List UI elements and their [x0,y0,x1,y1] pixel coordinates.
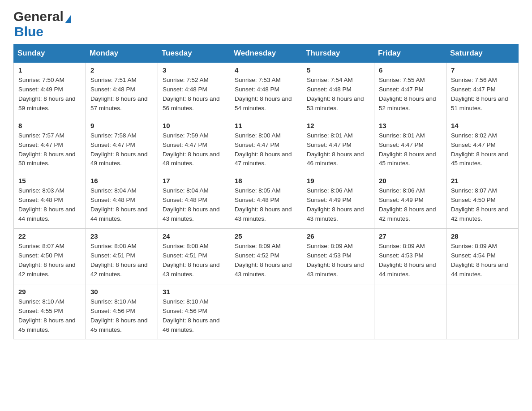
col-header-wednesday: Wednesday [230,44,302,63]
day-number: 1 [18,66,81,74]
calendar-cell: 18Sunrise: 8:05 AMSunset: 4:48 PMDayligh… [230,173,302,229]
day-number: 19 [307,177,369,184]
day-number: 14 [451,122,514,129]
calendar-cell: 20Sunrise: 8:06 AMSunset: 4:49 PMDayligh… [374,173,446,229]
day-info: Sunrise: 8:09 AMSunset: 4:53 PMDaylight:… [307,242,369,279]
day-number: 22 [18,232,81,240]
day-number: 28 [451,232,514,240]
calendar-header-row: SundayMondayTuesdayWednesdayThursdayFrid… [14,44,519,63]
day-number: 23 [90,232,153,240]
day-number: 29 [18,288,81,295]
day-info: Sunrise: 8:09 AMSunset: 4:54 PMDaylight:… [451,242,514,279]
calendar-cell: 29Sunrise: 8:10 AMSunset: 4:55 PMDayligh… [14,284,86,339]
day-number: 27 [379,232,442,240]
day-info: Sunrise: 8:09 AMSunset: 4:52 PMDaylight:… [235,242,297,279]
calendar-cell: 17Sunrise: 8:04 AMSunset: 4:48 PMDayligh… [158,173,230,229]
day-info: Sunrise: 8:09 AMSunset: 4:53 PMDaylight:… [379,242,442,279]
col-header-saturday: Saturday [446,44,519,63]
day-info: Sunrise: 8:03 AMSunset: 4:48 PMDaylight:… [18,186,81,224]
day-info: Sunrise: 8:05 AMSunset: 4:48 PMDaylight:… [235,186,297,224]
day-number: 26 [307,232,369,240]
calendar-cell: 25Sunrise: 8:09 AMSunset: 4:52 PMDayligh… [230,229,302,284]
week-row-3: 15Sunrise: 8:03 AMSunset: 4:48 PMDayligh… [14,173,519,229]
calendar-cell: 10Sunrise: 7:59 AMSunset: 4:47 PMDayligh… [158,118,230,173]
calendar-cell [374,284,446,339]
logo-general-text: General [13,9,64,24]
day-info: Sunrise: 8:06 AMSunset: 4:49 PMDaylight:… [379,186,442,224]
calendar-cell: 2Sunrise: 7:51 AMSunset: 4:48 PMDaylight… [86,63,158,118]
col-header-tuesday: Tuesday [158,44,230,63]
day-number: 15 [18,177,81,184]
day-info: Sunrise: 8:02 AMSunset: 4:47 PMDaylight:… [451,131,514,169]
calendar-cell: 7Sunrise: 7:56 AMSunset: 4:47 PMDaylight… [446,63,519,118]
calendar-cell [302,284,374,339]
calendar-cell: 26Sunrise: 8:09 AMSunset: 4:53 PMDayligh… [302,229,374,284]
calendar-cell: 3Sunrise: 7:52 AMSunset: 4:48 PMDaylight… [158,63,230,118]
day-number: 25 [235,232,297,240]
day-number: 7 [451,66,514,74]
col-header-sunday: Sunday [14,44,86,63]
day-info: Sunrise: 8:07 AMSunset: 4:50 PMDaylight:… [451,186,514,224]
calendar-cell: 31Sunrise: 8:10 AMSunset: 4:56 PMDayligh… [158,284,230,339]
day-info: Sunrise: 8:10 AMSunset: 4:56 PMDaylight:… [163,297,225,335]
day-info: Sunrise: 8:07 AMSunset: 4:50 PMDaylight:… [18,242,81,279]
day-number: 2 [90,66,153,74]
day-info: Sunrise: 7:56 AMSunset: 4:47 PMDaylight:… [451,76,514,113]
page-header: General Blue [13,9,519,39]
calendar-cell: 16Sunrise: 8:04 AMSunset: 4:48 PMDayligh… [86,173,158,229]
day-number: 31 [163,288,225,295]
day-number: 13 [379,122,442,129]
day-info: Sunrise: 7:59 AMSunset: 4:47 PMDaylight:… [163,131,225,169]
calendar-cell: 15Sunrise: 8:03 AMSunset: 4:48 PMDayligh… [14,173,86,229]
day-number: 20 [379,177,442,184]
day-number: 16 [90,177,153,184]
day-info: Sunrise: 8:01 AMSunset: 4:47 PMDaylight:… [307,131,369,169]
day-number: 30 [90,288,153,295]
day-info: Sunrise: 7:52 AMSunset: 4:48 PMDaylight:… [163,76,225,113]
day-info: Sunrise: 7:55 AMSunset: 4:47 PMDaylight:… [379,76,442,113]
calendar-cell: 6Sunrise: 7:55 AMSunset: 4:47 PMDaylight… [374,63,446,118]
logo: General Blue [13,9,71,39]
day-number: 17 [163,177,225,184]
day-number: 3 [163,66,225,74]
day-info: Sunrise: 7:54 AMSunset: 4:48 PMDaylight:… [307,76,369,113]
col-header-thursday: Thursday [302,44,374,63]
calendar-cell: 13Sunrise: 8:01 AMSunset: 4:47 PMDayligh… [374,118,446,173]
calendar-cell: 22Sunrise: 8:07 AMSunset: 4:50 PMDayligh… [14,229,86,284]
day-info: Sunrise: 7:51 AMSunset: 4:48 PMDaylight:… [90,76,153,113]
calendar-table: SundayMondayTuesdayWednesdayThursdayFrid… [13,44,519,339]
calendar-cell: 21Sunrise: 8:07 AMSunset: 4:50 PMDayligh… [446,173,519,229]
col-header-friday: Friday [374,44,446,63]
day-info: Sunrise: 8:04 AMSunset: 4:48 PMDaylight:… [90,186,153,224]
calendar-cell [446,284,519,339]
day-info: Sunrise: 7:50 AMSunset: 4:49 PMDaylight:… [18,76,81,113]
day-info: Sunrise: 8:00 AMSunset: 4:47 PMDaylight:… [235,131,297,169]
day-number: 21 [451,177,514,184]
calendar-cell: 30Sunrise: 8:10 AMSunset: 4:56 PMDayligh… [86,284,158,339]
calendar-cell: 5Sunrise: 7:54 AMSunset: 4:48 PMDaylight… [302,63,374,118]
day-number: 12 [307,122,369,129]
day-number: 6 [379,66,442,74]
calendar-cell: 4Sunrise: 7:53 AMSunset: 4:48 PMDaylight… [230,63,302,118]
day-info: Sunrise: 8:06 AMSunset: 4:49 PMDaylight:… [307,186,369,224]
calendar-cell: 28Sunrise: 8:09 AMSunset: 4:54 PMDayligh… [446,229,519,284]
calendar-cell: 24Sunrise: 8:08 AMSunset: 4:51 PMDayligh… [158,229,230,284]
day-number: 24 [163,232,225,240]
day-number: 18 [235,177,297,184]
calendar-cell: 8Sunrise: 7:57 AMSunset: 4:47 PMDaylight… [14,118,86,173]
day-info: Sunrise: 7:57 AMSunset: 4:47 PMDaylight:… [18,131,81,169]
calendar-cell: 19Sunrise: 8:06 AMSunset: 4:49 PMDayligh… [302,173,374,229]
week-row-2: 8Sunrise: 7:57 AMSunset: 4:47 PMDaylight… [14,118,519,173]
day-number: 4 [235,66,297,74]
calendar-cell: 14Sunrise: 8:02 AMSunset: 4:47 PMDayligh… [446,118,519,173]
day-number: 11 [235,122,297,129]
day-info: Sunrise: 7:53 AMSunset: 4:48 PMDaylight:… [235,76,297,113]
day-number: 8 [18,122,81,129]
week-row-4: 22Sunrise: 8:07 AMSunset: 4:50 PMDayligh… [14,229,519,284]
day-info: Sunrise: 8:04 AMSunset: 4:48 PMDaylight:… [163,186,225,224]
day-number: 5 [307,66,369,74]
calendar-cell: 9Sunrise: 7:58 AMSunset: 4:47 PMDaylight… [86,118,158,173]
calendar-cell: 27Sunrise: 8:09 AMSunset: 4:53 PMDayligh… [374,229,446,284]
day-info: Sunrise: 8:08 AMSunset: 4:51 PMDaylight:… [163,242,225,279]
logo-blue-text: Blue [14,24,43,39]
